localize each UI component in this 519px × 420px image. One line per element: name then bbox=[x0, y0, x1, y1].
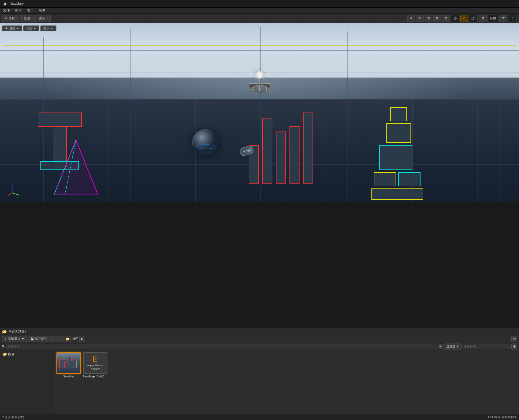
thumb-obj-1 bbox=[60, 360, 65, 368]
asset-newmap-label: NewMap bbox=[56, 375, 81, 378]
content-browser-main: 📁 内容 ☆ NewMap bbox=[0, 350, 519, 420]
folder-open-icon: 📂 bbox=[2, 329, 7, 334]
content-browser-content: ☆ NewMap 🗄 Map Build Data Registry NewMa… bbox=[54, 350, 519, 420]
content-folder[interactable]: 📁 内容 bbox=[1, 351, 53, 357]
asset-star-icon: ☆ bbox=[58, 368, 61, 372]
search-icon: 🔍 bbox=[2, 345, 5, 348]
toolbar-right: ⊕ ↻ ⊡ ⊞ ⊞ ⚠ ⊟ 📷 bbox=[407, 15, 517, 22]
scale-snap-btn[interactable]: ⊟ bbox=[479, 15, 486, 22]
asset-newmap-thumb: ☆ bbox=[56, 352, 81, 374]
nav-next-btn[interactable]: ▶ bbox=[79, 336, 85, 342]
lighting-btn[interactable]: 光照 ▼ bbox=[21, 15, 36, 22]
filter-btn[interactable]: 过滤器 ▼ bbox=[444, 344, 461, 350]
content-browser-toolbar: ＋ 添加/导入 ▼ 💾 保存所有 ← → 📁 内容 ▶ ⚙ bbox=[0, 335, 519, 343]
status-right: CSN博客: 哈哈遮挡▼ bbox=[488, 415, 517, 419]
nav-back-btn[interactable]: ← bbox=[50, 336, 56, 342]
folder-label: 内容 bbox=[8, 352, 15, 357]
nav-forward-btn[interactable]: → bbox=[58, 336, 63, 342]
viewport-mode-buttons: 👁 透视 ▼ 光照 ▼ 显示 ▼ bbox=[2, 25, 56, 31]
content-browser-titlebar: 📂 内容浏览器2 bbox=[0, 328, 519, 335]
buildata-icon-container: 🗄 Map Build Data Registry bbox=[84, 352, 107, 374]
content-browser-title: 内容浏览器2 bbox=[8, 329, 27, 334]
save-icon: 💾 bbox=[30, 337, 34, 341]
asset-builtdata-label: NewMap_BuiltData bbox=[83, 375, 107, 378]
grid-btn[interactable]: ⊞ bbox=[442, 15, 450, 22]
database-icon: 🗄 bbox=[92, 355, 98, 363]
cb-toolbar-right: ⚙ bbox=[511, 336, 517, 342]
grid-snap-input[interactable] bbox=[451, 15, 459, 22]
boundary-right bbox=[516, 45, 516, 202]
ue-logo: U bbox=[2, 1, 8, 7]
chevron-down-icon: ▼ bbox=[21, 337, 24, 341]
status-user: CSN博客: 哈哈遮挡▼ bbox=[488, 415, 517, 419]
content-browser-status: 2 项(1 项被选中) CSN博客: 哈哈遮挡▼ bbox=[0, 414, 519, 420]
menu-file[interactable]: 文件 bbox=[1, 8, 12, 13]
menu-bar: 文件 编辑 窗口 帮助 bbox=[0, 8, 519, 14]
menu-edit[interactable]: 编辑 bbox=[13, 8, 24, 13]
add-import-btn[interactable]: ＋ 添加/导入 ▼ bbox=[2, 336, 27, 342]
nav-up-btn[interactable]: 📁 bbox=[65, 336, 71, 342]
perspective-view-btn[interactable]: 👁 透视 ▼ bbox=[2, 25, 22, 31]
folder-icon: 📁 bbox=[3, 352, 7, 356]
chevron-down-icon: ▼ bbox=[16, 17, 18, 20]
plus-icon: ＋ bbox=[4, 337, 7, 341]
transform-btn[interactable]: ⊕ bbox=[407, 15, 415, 22]
perspective-btn[interactable]: 👁 透视 ▼ bbox=[2, 15, 20, 22]
angle-snap-input[interactable] bbox=[469, 15, 478, 22]
scale-snap-input[interactable] bbox=[488, 15, 498, 22]
content-browser: 📂 内容浏览器2 ＋ 添加/导入 ▼ 💾 保存所有 ← → 📁 内容 ▶ ⚙ 🔍… bbox=[0, 328, 519, 420]
scale-btn[interactable]: ⊡ bbox=[425, 15, 432, 22]
svg-text:U: U bbox=[4, 2, 6, 5]
thumb-obj-3 bbox=[69, 357, 71, 368]
camera-icon[interactable]: 📷 bbox=[499, 15, 507, 22]
status-count: 2 项(1 项被选中) bbox=[2, 415, 24, 419]
asset-newmap-builtdata[interactable]: 🗄 Map Build Data Registry NewMap_BuiltDa… bbox=[83, 352, 107, 378]
title-text: NewMap* bbox=[10, 2, 24, 6]
world-btn[interactable]: ⊞ bbox=[433, 15, 441, 22]
sky bbox=[0, 23, 519, 78]
angle-snap-btn[interactable]: ⚠ bbox=[460, 15, 468, 22]
asset-newmap[interactable]: ☆ NewMap bbox=[56, 352, 81, 378]
lighting-view-btn[interactable]: 光照 ▼ bbox=[23, 25, 39, 31]
search-settings-btn[interactable]: ⚙ bbox=[511, 344, 517, 350]
show-btn[interactable]: 显示 ▼ bbox=[37, 15, 51, 22]
main-toolbar: 👁 透视 ▼ 光照 ▼ 显示 ▼ ⊕ ↻ ⊡ ⊞ ⊞ ⚠ ⊟ 📷 bbox=[0, 14, 519, 23]
folder-up-icon: 📁 bbox=[65, 337, 69, 341]
boundary-left bbox=[3, 45, 3, 202]
eye-icon: 👁 bbox=[5, 17, 8, 20]
asset-builtdata-thumb: 🗄 Map Build Data Registry bbox=[83, 352, 107, 374]
content-browser-sidebar: 📁 内容 bbox=[0, 350, 54, 420]
menu-window[interactable]: 窗口 bbox=[25, 8, 36, 13]
boundary-top bbox=[3, 45, 516, 46]
chevron-down-icon: ▼ bbox=[31, 17, 33, 20]
rotate-btn[interactable]: ↻ bbox=[416, 15, 424, 22]
search-input[interactable] bbox=[462, 344, 511, 349]
chevron-down-icon: ▼ bbox=[46, 17, 48, 20]
viewport[interactable]: X Y Z 👁 透视 ▼ 光照 ▼ 显示 ▼ bbox=[0, 23, 519, 202]
show-view-btn[interactable]: 显示 ▼ bbox=[40, 25, 56, 31]
content-settings-btn[interactable]: ⚙ bbox=[511, 336, 517, 342]
buildata-title-text: Map Build Data Registry bbox=[85, 364, 105, 370]
content-path-label: 内容 bbox=[72, 336, 78, 341]
title-bar: U NewMap* bbox=[0, 0, 519, 8]
save-all-btn[interactable]: 💾 保存所有 bbox=[28, 336, 49, 342]
camera-speed-input[interactable] bbox=[508, 15, 517, 22]
thumb-obj-4 bbox=[71, 361, 76, 368]
path-input[interactable] bbox=[6, 344, 437, 349]
menu-help[interactable]: 帮助 bbox=[37, 8, 48, 13]
content-browser-search-bar: 🔍 ⊞ 过滤器 ▼ ⚙ bbox=[0, 343, 519, 350]
path-container: 🔍 ⊞ bbox=[2, 344, 443, 349]
floor-grid bbox=[0, 99, 519, 202]
thumb-obj-2 bbox=[65, 363, 68, 368]
path-options-btn[interactable]: ⊞ bbox=[438, 344, 443, 349]
filter-container: 过滤器 ▼ ⚙ bbox=[444, 344, 517, 350]
